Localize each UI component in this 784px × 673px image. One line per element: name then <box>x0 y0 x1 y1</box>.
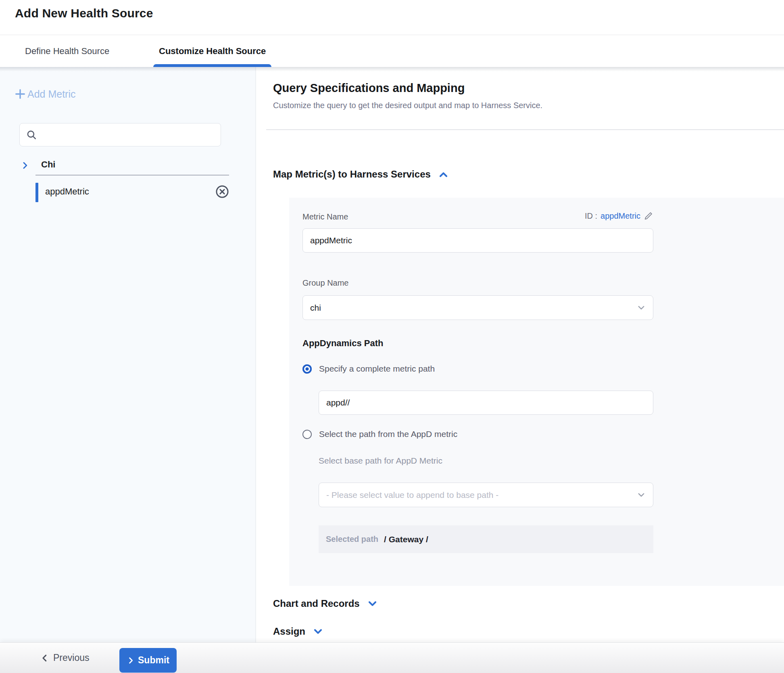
section-heading: Query Specifications and Mapping <box>273 82 465 95</box>
chevron-down-icon <box>637 491 646 500</box>
remove-metric-icon[interactable] <box>215 185 229 199</box>
radio-select-path-from-appd[interactable]: Select the path from the AppD metric <box>302 429 457 439</box>
base-path-placeholder: - Please select value to append to base … <box>326 490 637 500</box>
add-health-source-dialog: Add New Health Source Define Health Sour… <box>0 0 784 673</box>
metric-group-name: Chi <box>41 159 55 170</box>
chevron-right-icon[interactable] <box>20 161 30 170</box>
dialog-body: Add Metric Chi appdMetric <box>0 67 784 642</box>
chevron-down-icon <box>313 626 323 637</box>
metric-search-box <box>19 123 221 146</box>
chevron-down-icon <box>637 303 646 312</box>
submit-button[interactable]: Submit <box>119 648 177 673</box>
previous-button[interactable]: Previous <box>40 643 89 673</box>
group-name-value: chi <box>310 303 637 313</box>
id-value[interactable]: appdMetric <box>601 211 640 221</box>
id-label: ID : <box>585 211 597 221</box>
dialog-footer: Previous Submit <box>0 642 784 673</box>
search-input[interactable] <box>42 130 214 140</box>
edit-id-icon[interactable] <box>644 211 653 221</box>
assign-section-title: Assign <box>273 626 305 637</box>
metric-group-row[interactable]: Chi <box>0 157 255 175</box>
previous-button-label: Previous <box>53 652 89 663</box>
tab-bar: Define Health Source Customize Health So… <box>0 35 784 67</box>
radio-selected-icon[interactable] <box>302 364 312 374</box>
radio-select-path-from-appd-label: Select the path from the AppD metric <box>319 429 457 439</box>
tab-customize-health-source[interactable]: Customize Health Source <box>159 35 266 67</box>
map-metrics-section-title: Map Metric(s) to Harness Services <box>273 169 431 180</box>
chart-and-records-section-title: Chart and Records <box>273 598 360 609</box>
metrics-sidebar: Add Metric Chi appdMetric <box>0 67 256 642</box>
metric-name-input[interactable] <box>302 228 653 253</box>
appdynamics-path-label: AppDynamics Path <box>302 338 384 349</box>
plus-icon <box>14 88 26 100</box>
page-title: Add New Health Source <box>15 6 153 20</box>
map-metrics-section-toggle[interactable]: Map Metric(s) to Harness Services <box>273 169 449 180</box>
metric-list-item[interactable]: appdMetric <box>0 180 255 206</box>
metric-item-name: appdMetric <box>45 186 89 197</box>
selected-metric-indicator <box>35 183 38 202</box>
chevron-up-icon <box>438 169 449 180</box>
dialog-header: Add New Health Source <box>0 0 784 35</box>
selected-path-bar: Selected path / Gateway / <box>319 525 653 553</box>
tab-define-health-source[interactable]: Define Health Source <box>25 35 109 67</box>
metric-name-label: Metric Name <box>302 212 348 222</box>
complete-metric-path-input[interactable] <box>319 391 653 415</box>
chevron-right-icon <box>127 656 135 665</box>
heading-divider <box>266 130 784 130</box>
radio-complete-metric-path-label: Specify a complete metric path <box>319 364 435 374</box>
chevron-left-icon <box>40 654 49 663</box>
base-path-select[interactable]: - Please select value to append to base … <box>319 483 653 507</box>
section-subheading: Customize the query to get the desired o… <box>273 101 542 110</box>
submit-button-label: Submit <box>138 655 169 666</box>
query-specifications-panel: Query Specifications and Mapping Customi… <box>257 67 784 642</box>
search-icon <box>26 130 37 140</box>
base-path-label: Select base path for AppD Metric <box>319 456 442 466</box>
group-name-label: Group Name <box>302 278 349 288</box>
assign-section-toggle[interactable]: Assign <box>273 626 323 637</box>
group-divider <box>35 175 229 176</box>
metric-id-block: ID : appdMetric <box>585 211 653 221</box>
group-name-select[interactable]: chi <box>302 295 653 320</box>
selected-path-value: / Gateway / <box>384 535 428 544</box>
radio-unselected-icon[interactable] <box>302 430 312 439</box>
chart-and-records-section-toggle[interactable]: Chart and Records <box>273 598 378 609</box>
chevron-down-icon <box>367 598 378 609</box>
radio-complete-metric-path[interactable]: Specify a complete metric path <box>302 364 435 374</box>
selected-path-label: Selected path <box>326 535 378 544</box>
map-metrics-form: Metric Name ID : appdMetric Group Name c… <box>289 198 784 586</box>
add-metric-label: Add Metric <box>27 88 75 100</box>
add-metric-button[interactable]: Add Metric <box>14 88 75 100</box>
